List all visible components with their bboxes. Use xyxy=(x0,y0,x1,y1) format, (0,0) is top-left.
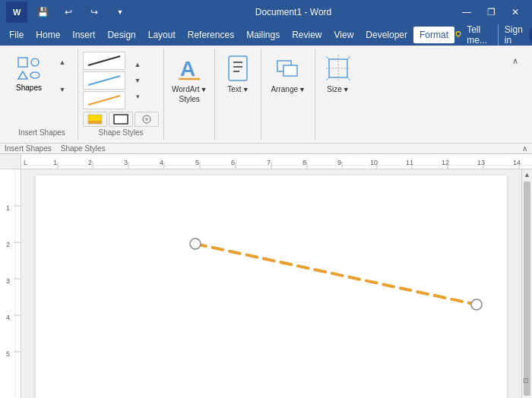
ruler-left-svg: 1 2 3 4 5 xyxy=(0,169,21,397)
svg-text:13: 13 xyxy=(477,159,485,166)
wordart-styles-button[interactable]: A WordArt ▼ Styles xyxy=(170,52,208,105)
svg-point-76 xyxy=(471,299,482,310)
shape-style-3[interactable] xyxy=(83,91,125,109)
svg-text:8: 8 xyxy=(302,159,306,166)
shape-format-btns xyxy=(83,112,159,127)
wordart-label: WordArt xyxy=(172,85,200,93)
scrollbar-v[interactable]: ▲ ▼ xyxy=(521,169,532,398)
svg-point-7 xyxy=(30,72,40,78)
ribbon-wordart: A WordArt ▼ Styles xyxy=(164,49,215,140)
menu-mailings[interactable]: Mailings xyxy=(240,27,286,43)
shape-outline-button[interactable] xyxy=(109,112,133,127)
menu-file[interactable]: File xyxy=(3,27,30,43)
user-avatar[interactable] xyxy=(529,26,532,44)
svg-line-8 xyxy=(88,56,120,65)
collapse-icon[interactable]: ∧ xyxy=(505,50,526,71)
ribbon-insert-shapes: Shapes ▲ ▼ Insert Shapes xyxy=(6,49,78,140)
section-labels-bar: Insert Shapes Shape Styles ∧ xyxy=(0,144,532,154)
ribbon-collapse-icon[interactable]: ∧ xyxy=(522,144,527,153)
menu-layout[interactable]: Layout xyxy=(142,27,182,43)
arrange-dropdown-icon[interactable]: ▼ xyxy=(299,86,306,93)
text-dropdown-icon[interactable]: ▼ xyxy=(242,86,249,93)
arrange-button[interactable]: Arrange ▼ xyxy=(268,52,309,95)
shape-styles-section-label: Shape Styles xyxy=(61,144,106,153)
svg-rect-13 xyxy=(114,115,128,124)
svg-text:4: 4 xyxy=(6,314,10,321)
ruler-svg: L 1 2 3 4 5 6 7 8 9 10 xyxy=(21,154,532,169)
size-dropdown-icon[interactable]: ▼ xyxy=(343,86,350,93)
svg-text:6: 6 xyxy=(231,159,235,166)
scroll-up-btn[interactable]: ▲ xyxy=(522,169,532,180)
size-section-label xyxy=(321,135,355,137)
menu-design[interactable]: Design xyxy=(101,27,141,43)
shape-scroll-down[interactable]: ▼ xyxy=(52,79,73,100)
menu-view[interactable]: View xyxy=(328,27,360,43)
style-list xyxy=(83,52,125,109)
ruler-top: L 1 2 3 4 5 6 7 8 9 10 xyxy=(21,154,532,169)
svg-line-30 xyxy=(347,77,350,81)
ribbon-collapse-btn[interactable]: ∧ xyxy=(505,49,526,140)
wordart-dropdown[interactable]: ▼ xyxy=(201,86,207,93)
title-bar: W 💾 ↩ ↪ ▼ Document1 - Word — ❐ ✕ xyxy=(0,0,532,24)
undo-button[interactable]: ↩ xyxy=(58,2,79,23)
arrange-icon xyxy=(274,53,302,84)
minimize-button[interactable]: — xyxy=(456,2,477,23)
save-quick-button[interactable]: 💾 xyxy=(32,2,53,23)
shape-style-2[interactable] xyxy=(83,71,125,90)
close-button[interactable]: ✕ xyxy=(505,2,526,23)
shape-style-1[interactable] xyxy=(83,52,125,70)
ribbon-arrange: Arrange ▼ xyxy=(261,49,315,140)
menu-insert[interactable]: Insert xyxy=(66,27,101,43)
shape-fill-button[interactable] xyxy=(83,112,107,127)
lightbulb-icon xyxy=(454,30,462,40)
shapes-button[interactable]: Shapes xyxy=(11,52,47,96)
text-button[interactable]: Text ▼ xyxy=(221,52,255,95)
svg-text:14: 14 xyxy=(513,159,521,166)
style-scroll: ▲ ▼ ▾ xyxy=(127,57,148,104)
svg-point-75 xyxy=(190,238,201,249)
svg-text:1: 1 xyxy=(53,159,57,166)
style-scroll-up[interactable]: ▲ xyxy=(127,57,148,72)
menu-signin-area: Tell me... Sign in xyxy=(454,24,532,46)
insert-shapes-section-label: Insert Shapes xyxy=(5,144,52,153)
arrange-label-row: Arrange ▼ xyxy=(271,85,306,93)
svg-text:A: A xyxy=(180,57,195,81)
svg-text:4: 4 xyxy=(160,159,163,166)
svg-text:5: 5 xyxy=(195,159,199,166)
arrange-label: Arrange xyxy=(271,85,298,93)
svg-text:7: 7 xyxy=(267,159,271,166)
ribbon-shape-styles: ▲ ▼ ▾ Shape Styles ⊡ xyxy=(78,49,164,140)
size-button[interactable]: Size ▼ xyxy=(321,52,355,95)
customize-qat-button[interactable]: ▼ xyxy=(109,2,131,23)
svg-text:2: 2 xyxy=(6,241,10,248)
window-title: Document1 - Word xyxy=(131,7,456,17)
restore-button[interactable]: ❐ xyxy=(480,2,502,23)
svg-rect-23 xyxy=(283,65,297,76)
shape-style-rows: ▲ ▼ ▾ xyxy=(83,52,148,109)
scroll-thumb[interactable] xyxy=(524,182,530,396)
shape-effects-button[interactable] xyxy=(135,112,159,127)
arrange-section-label xyxy=(268,135,309,137)
size-icon xyxy=(325,53,352,84)
style-scroll-down[interactable]: ▼ xyxy=(127,73,148,88)
svg-line-10 xyxy=(88,96,120,105)
insert-shapes-label: Insert Shapes xyxy=(11,127,73,137)
shape-canvas xyxy=(36,175,507,398)
text-icon xyxy=(224,53,252,84)
shape-styles-expand[interactable]: ⊡ xyxy=(523,377,529,384)
style-expand[interactable]: ▾ xyxy=(127,89,148,104)
word-icon[interactable]: W xyxy=(6,2,27,23)
tell-me-label[interactable]: Tell me... xyxy=(467,24,493,46)
menu-developer[interactable]: Developer xyxy=(359,27,413,43)
window-controls: — ❐ ✕ xyxy=(456,2,526,23)
menu-format[interactable]: Format xyxy=(413,27,454,43)
menu-review[interactable]: Review xyxy=(286,27,328,43)
doc-page[interactable] xyxy=(36,175,507,398)
shape-scroll-up[interactable]: ▲ xyxy=(52,52,73,73)
redo-button[interactable]: ↪ xyxy=(84,2,105,23)
signin-label[interactable]: Sign in xyxy=(498,24,525,46)
wordart-section-label xyxy=(170,135,208,137)
size-label: Size xyxy=(327,85,341,93)
menu-references[interactable]: References xyxy=(182,27,240,43)
menu-home[interactable]: Home xyxy=(30,27,66,43)
